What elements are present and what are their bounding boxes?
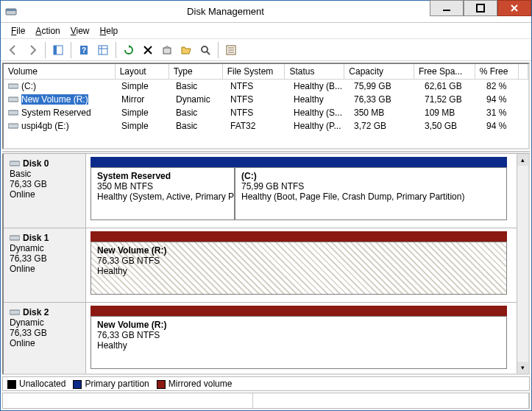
svg-rect-23 <box>10 236 20 240</box>
statusbar <box>2 393 530 409</box>
vertical-scrollbar[interactable]: ▴ ▾ <box>517 154 528 373</box>
menu-view-label: iew <box>77 26 90 36</box>
menu-help[interactable]: Help <box>96 24 123 38</box>
properties-button[interactable] <box>159 42 175 58</box>
close-button[interactable] <box>497 0 531 16</box>
svg-rect-21 <box>8 124 18 128</box>
disk-icon <box>10 160 20 167</box>
partition-box[interactable]: System Reserved350 MB NTFSHealthy (Syste… <box>91 167 235 220</box>
back-button[interactable] <box>5 42 21 58</box>
svg-rect-18 <box>8 84 18 88</box>
status-pane-1 <box>3 393 253 408</box>
volume-row[interactable]: (C:)SimpleBasicNTFSHealthy (B...75,99 GB… <box>4 80 528 93</box>
window-title: Disk Management <box>21 6 430 17</box>
disk-info[interactable]: Disk 0Basic76,33 GBOnline <box>4 154 86 228</box>
partition-box[interactable]: (C:)75,99 GB NTFSHealthy (Boot, Page Fil… <box>235 167 507 220</box>
volume-row[interactable]: uspi4gb (E:)SimpleBasicFAT32Healthy (P..… <box>4 119 528 133</box>
legend-unallocated: Unallocated <box>7 379 65 389</box>
settings-button[interactable] <box>95 42 111 58</box>
col-filesystem[interactable]: File System <box>223 64 285 79</box>
partition-box[interactable]: New Volume (R:)76,33 GB NTFSHealthy <box>91 242 507 295</box>
forward-button[interactable] <box>24 42 40 58</box>
disk-info[interactable]: Disk 2Dynamic76,33 GBOnline <box>4 303 86 375</box>
show-hide-tree-button[interactable] <box>50 42 66 58</box>
disk-row[interactable]: Disk 0Basic76,33 GBOnlineSystem Reserved… <box>4 154 528 228</box>
volume-row[interactable]: System ReservedSimpleBasicNTFSHealthy (S… <box>4 106 528 119</box>
open-button[interactable] <box>178 42 194 58</box>
volume-list-header[interactable]: Volume Layout Type File System Status Ca… <box>4 64 528 80</box>
help-button[interactable]: ? <box>76 42 92 58</box>
menu-action-label: ction <box>41 26 60 36</box>
svg-point-12 <box>202 46 208 52</box>
refresh-button[interactable] <box>121 42 137 58</box>
col-pctfree[interactable]: % Free <box>475 64 519 79</box>
svg-line-13 <box>207 52 210 55</box>
menubar: File Action View Help <box>1 23 531 39</box>
titlebar[interactable]: Disk Management <box>1 1 531 23</box>
svg-rect-5 <box>54 46 57 55</box>
disk-icon <box>10 234 20 242</box>
disk-row[interactable]: Disk 1Dynamic76,33 GBOnlineNew Volume (R… <box>4 228 528 303</box>
svg-rect-22 <box>10 161 20 166</box>
col-layout[interactable]: Layout <box>116 64 169 79</box>
menu-view[interactable]: View <box>66 24 94 38</box>
scroll-down-button[interactable]: ▾ <box>517 362 528 373</box>
drive-icon <box>8 96 18 103</box>
delete-button[interactable] <box>140 42 156 58</box>
col-status[interactable]: Status <box>285 64 344 79</box>
drive-icon <box>8 109 18 116</box>
partition-box[interactable]: New Volume (R:)76,33 GB NTFSHealthy <box>91 316 507 369</box>
svg-rect-20 <box>8 110 18 115</box>
menu-file[interactable]: File <box>7 24 29 38</box>
legend-mirror: Mirrored volume <box>157 379 233 389</box>
scroll-up-button[interactable]: ▴ <box>517 154 528 166</box>
svg-rect-11 <box>163 48 171 54</box>
svg-rect-2 <box>443 10 450 11</box>
svg-rect-1 <box>6 9 16 11</box>
svg-rect-24 <box>10 310 20 315</box>
app-icon <box>1 6 21 18</box>
legend-primary: Primary partition <box>73 379 149 389</box>
volume-list[interactable]: Volume Layout Type File System Status Ca… <box>2 63 530 150</box>
toolbar: ? <box>1 39 531 61</box>
col-volume[interactable]: Volume <box>4 64 116 79</box>
legend: Unallocated Primary partition Mirrored v… <box>2 376 530 391</box>
disk-management-window: Disk Management File Action View Help ? … <box>0 0 532 411</box>
disk-row[interactable]: Disk 2Dynamic76,33 GBOnlineNew Volume (R… <box>4 303 528 375</box>
disk-graphical-view[interactable]: Disk 0Basic76,33 GBOnlineSystem Reserved… <box>2 154 530 375</box>
status-pane-2 <box>253 393 529 408</box>
svg-text:?: ? <box>82 46 86 55</box>
svg-rect-8 <box>99 46 107 55</box>
drive-icon <box>8 82 18 90</box>
menu-help-label: elp <box>106 26 118 36</box>
menu-file-label: ile <box>16 26 25 36</box>
drive-icon <box>8 122 18 130</box>
explore-button[interactable] <box>197 42 213 58</box>
col-capacity[interactable]: Capacity <box>344 64 414 79</box>
minimize-button[interactable] <box>430 0 464 16</box>
col-type[interactable]: Type <box>169 64 223 79</box>
svg-rect-3 <box>477 4 484 12</box>
disk-info[interactable]: Disk 1Dynamic76,33 GBOnline <box>4 228 86 302</box>
maximize-button[interactable] <box>464 0 497 16</box>
menu-action[interactable]: Action <box>31 24 64 38</box>
svg-rect-19 <box>8 97 18 102</box>
volume-row[interactable]: New Volume (R:)MirrorDynamicNTFSHealthy7… <box>4 93 528 106</box>
action-list-button[interactable] <box>223 42 239 58</box>
col-freespace[interactable]: Free Spa... <box>414 64 475 79</box>
disk-icon <box>10 309 20 316</box>
